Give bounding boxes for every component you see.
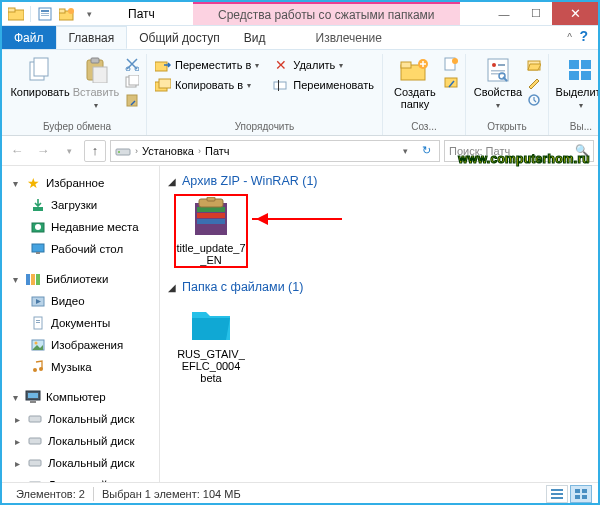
svg-rect-44 [33,207,43,211]
properties-button[interactable]: Свойства ▾ [470,54,526,114]
main-area: ▾ ★ Избранное Загрузки Недавние места Ра… [2,166,598,482]
svg-rect-25 [401,62,411,68]
svg-rect-21 [159,79,171,88]
chevron-down-icon[interactable]: ▾ [10,178,20,189]
nav-documents[interactable]: Документы [2,312,159,334]
easy-access-icon[interactable] [443,74,459,90]
file-item-folder[interactable]: RUS_GTAIV_EFLC_0004 beta [174,300,248,386]
svg-rect-62 [30,401,36,403]
nav-desktop[interactable]: Рабочий стол [2,238,159,260]
winrar-icon [187,196,235,240]
nav-pictures[interactable]: Изображения [2,334,159,356]
view-icons-button[interactable] [570,485,592,503]
content-pane[interactable]: ◢ Архив ZIP - WinRAR (1) title_update_7_… [160,166,598,482]
svg-rect-74 [551,489,563,491]
chevron-right-icon[interactable]: ▸ [12,414,22,425]
nav-back-button[interactable]: ← [6,140,28,162]
tab-file[interactable]: Файл [2,26,56,49]
chevron-down-icon[interactable]: ◢ [168,176,176,187]
tab-view[interactable]: Вид [232,26,278,49]
chevron-right-icon[interactable]: ▸ [12,480,22,483]
new-folder-icon[interactable] [59,6,75,22]
svg-rect-73 [207,197,215,201]
rename-button[interactable]: Переименовать [269,76,378,94]
crumb-2[interactable]: Патч [205,145,230,157]
chevron-right-icon[interactable]: › [198,146,201,156]
qat-dropdown-icon[interactable]: ▾ [81,6,97,22]
cut-icon[interactable] [124,56,140,72]
refresh-icon[interactable]: ↻ [418,144,435,157]
paste-button[interactable]: Вставить ▾ [68,54,124,114]
history-icon[interactable] [526,92,542,108]
maximize-button[interactable]: ☐ [520,2,552,25]
nav-music[interactable]: Музыка [2,356,159,378]
nav-local-disk[interactable]: ▸Локальный диск [2,408,159,430]
nav-recent-button[interactable]: ▾ [58,140,80,162]
nav-local-disk[interactable]: ▸Локальный диск [2,430,159,452]
chevron-down-icon[interactable]: ◢ [168,282,176,293]
ribbon-collapse-button[interactable]: ^ [557,26,582,49]
ribbon-group-new: Создать папку Соз... [383,54,466,135]
nav-videos[interactable]: Видео [2,290,159,312]
nav-local-disk[interactable]: ▸Локальный диск [2,452,159,474]
desktop-icon [30,241,46,257]
help-icon[interactable]: ? [579,28,588,44]
copy-button[interactable]: Копировать [12,54,68,100]
copy-path-icon[interactable] [124,74,140,90]
file-item-archive[interactable]: title_update_7_EN [174,194,248,268]
nav-libraries-label: Библиотеки [46,273,108,285]
group-label-new: Соз... [411,119,437,135]
svg-rect-71 [197,219,225,224]
ribbon-tabs: Файл Главная Общий доступ Вид Извлечение… [2,26,598,50]
group-header-archive[interactable]: ◢ Архив ZIP - WinRAR (1) [168,170,590,192]
paste-shortcut-icon[interactable] [124,92,140,108]
address-bar[interactable]: › Установка › Патч ▾ ↻ [110,140,440,162]
move-to-label: Переместить в [175,59,251,71]
svg-rect-23 [278,80,279,91]
chevron-right-icon[interactable]: › [135,146,138,156]
minimize-button[interactable]: — [488,2,520,25]
nav-up-button[interactable]: ↑ [84,140,106,162]
svg-rect-69 [197,207,225,212]
copy-label: Копировать [10,86,69,98]
svg-rect-5 [41,15,49,16]
crumb-1[interactable]: Установка [142,145,194,157]
group-title: Папка с файлами (1) [182,280,303,294]
nav-forward-button[interactable]: → [32,140,54,162]
star-icon: ★ [25,175,41,191]
open-icon[interactable] [526,56,542,72]
move-to-button[interactable]: Переместить в ▾ [151,56,263,74]
chevron-right-icon[interactable]: ▸ [12,458,22,469]
chevron-right-icon[interactable]: ▸ [12,436,22,447]
nav-libraries[interactable]: ▾ Библиотеки [2,268,159,290]
new-folder-button[interactable]: Создать папку [387,54,443,112]
view-details-button[interactable] [546,485,568,503]
delete-icon: ✕ [273,57,289,73]
svg-rect-7 [59,9,65,13]
svg-point-8 [68,8,74,14]
edit-icon[interactable] [526,74,542,90]
rename-label: Переименовать [293,79,374,91]
svg-point-43 [118,151,120,153]
copy-to-button[interactable]: Копировать в ▾ [151,76,263,94]
nav-favorites[interactable]: ▾ ★ Избранное [2,172,159,194]
close-button[interactable]: ✕ [552,2,598,25]
svg-rect-10 [34,58,48,76]
tab-extract[interactable]: Извлечение [304,26,394,49]
group-label-clipboard: Буфер обмена [43,119,111,135]
nav-recent[interactable]: Недавние места [2,216,159,238]
nav-downloads[interactable]: Загрузки [2,194,159,216]
chevron-down-icon[interactable]: ▾ [10,392,20,403]
file-label: title_update_7_EN [176,242,246,266]
properties-icon[interactable] [37,6,53,22]
select-all-button[interactable]: Выделить ▾ [553,54,600,114]
new-item-icon[interactable] [443,56,459,72]
tab-home[interactable]: Главная [56,26,128,49]
delete-button[interactable]: ✕ Удалить ▾ [269,56,378,74]
nav-local-disk[interactable]: ▸Локальный диск [2,474,159,482]
address-dropdown-icon[interactable]: ▾ [399,146,412,156]
group-header-folder[interactable]: ◢ Папка с файлами (1) [168,276,590,298]
chevron-down-icon[interactable]: ▾ [10,274,20,285]
nav-computer[interactable]: ▾ Компьютер [2,386,159,408]
tab-share[interactable]: Общий доступ [127,26,232,49]
